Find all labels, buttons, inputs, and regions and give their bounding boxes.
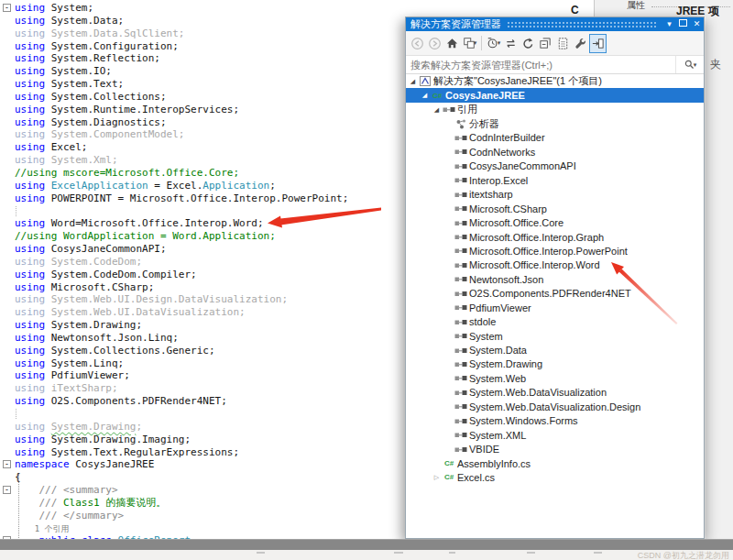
tree-item-cosysjanecommonapi[interactable]: CosysJaneCommonAPI [406,159,704,173]
tree-item-codninterbuilder[interactable]: CodnInterBuilder [406,131,704,145]
background-right-strip: 夹 [706,16,733,539]
screenshot-root: -using System;using System.Data;using Sy… [0,0,733,560]
tree-item-microsoft.csharp[interactable]: Microsoft.CSharp [406,202,704,215]
tree-item-system.web.datavisualization[interactable]: System.Web.DataVisualization [406,386,704,400]
expander-collapsed-icon[interactable]: ▷ [432,474,442,481]
tree-item-system.web[interactable]: System.Web [406,371,704,385]
preview-selected-items-toggle[interactable] [589,34,607,53]
reference-icon [454,218,468,228]
close-icon[interactable]: ✕ [690,18,704,30]
reference-icon [454,430,468,440]
expander-expanded-icon[interactable]: ◢ [420,92,430,99]
code-line: using System.Collections; [15,91,408,104]
tree-item-o2s.components.pdfrender4net[interactable]: O2S.Components.PDFRender4NET [406,287,704,301]
tree-item-itextsharp[interactable]: itextsharp [406,188,704,202]
tree-item-interop.excel[interactable]: Interop.Excel [406,173,704,187]
analyzer-icon [454,118,468,130]
tree-item-label: System.XML [468,430,526,441]
tree-item-cosysjanejree[interactable]: ◢C#CosysJaneJREE [406,88,704,102]
tree-item-[interactable]: ◢引用 [406,103,704,116]
forward-icon[interactable] [426,34,443,53]
csdn-watermark: CSDN @初九之潜龙勿用 [638,550,729,560]
tree-item-vbide[interactable]: VBIDE [406,442,704,456]
refresh-icon[interactable] [520,34,537,53]
reference-icon [454,388,468,398]
code-line: { [15,471,408,484]
tree-item-system.web.datavisualization.design[interactable]: System.Web.DataVisualization.Design [406,400,704,413]
code-line: using System.Data; [15,15,408,27]
tree-item-system[interactable]: System [406,329,704,343]
reference-icon [454,302,468,313]
tree-item-system.xml[interactable]: System.XML [406,428,704,442]
tree-item-system.drawing[interactable]: System.Drawing [406,357,704,371]
code-line: using System.Configuration; [15,40,408,53]
reference-icon [454,147,468,157]
expander-expanded-icon[interactable]: ◢ [432,106,442,114]
tree-item-system.data[interactable]: System.Data [406,343,704,357]
tree-item-[interactable]: 分析器 [406,116,704,130]
code-line: using POWERPOINT = Microsoft.Office.Inte… [15,192,408,205]
tree-item-excel.cs[interactable]: ▷C#Excel.cs [406,470,704,484]
reference-icon [454,416,468,426]
code-editor[interactable]: -using System;using System.Data;using Sy… [0,0,408,560]
fold-toggle-icon[interactable]: - [3,460,11,468]
window-position-icon[interactable]: ▾ [662,18,676,30]
reference-icon [454,359,468,369]
reference-icon [454,232,468,242]
code-line: - /// <summary> [15,484,408,497]
tree-item-label: stdole [468,316,496,327]
tree-item-newtonsoft.json[interactable]: Newtonsoft.Json [406,272,704,286]
collapse-all-icon[interactable] [537,34,554,53]
maximize-icon[interactable] [676,18,690,30]
code-line: using System.Web.UI.DataVisualization; [15,306,408,319]
code-line: using ExcelApplication = Excel.Applicati… [15,180,408,192]
search-input[interactable] [406,57,675,72]
folder-text-fragment: 夹 [710,57,721,72]
tree-item-system.windows.forms[interactable]: System.Windows.Forms [406,414,704,428]
indent-guide [16,206,16,216]
fold-toggle-icon[interactable]: - [3,486,11,494]
tree-item-label: Microsoft.Office.Core [468,217,563,228]
search-icons[interactable]: ▾ [675,56,704,73]
fold-toggle-icon[interactable]: - [3,4,11,12]
tree-item-pdfiumviewer[interactable]: PdfiumViewer [406,301,704,314]
expander-expanded-icon[interactable]: ◢ [408,78,418,85]
code-line: using System.Text.RegularExpressions; [15,446,408,459]
sync-with-active-document-icon[interactable] [502,34,520,53]
tree-item-stdole[interactable]: stdole [406,314,704,328]
tree-item-microsoft.office.interop.word[interactable]: Microsoft.Office.Interop.Word [406,258,704,272]
project-title-fragment-left: C [571,4,579,16]
titlebar-drag-texture [507,21,657,28]
back-icon[interactable] [409,34,426,53]
reference-icon [454,289,468,299]
reference-icon [454,161,468,171]
code-line: using Word=Microsoft.Office.Interop.Word… [15,217,408,230]
tree-item-assemblyinfo.cs[interactable]: C#AssemblyInfo.cs [406,456,704,470]
code-line: using System.Reflection; [15,52,408,65]
reference-icon [454,346,468,356]
tree-item-label: O2S.Components.PDFRender4NET [468,288,631,299]
properties-wrench-icon[interactable] [572,34,589,53]
background-top-strip: 属性 C JREE 项 [400,0,733,16]
csfile-icon: C# [442,471,456,483]
tree-item-label: Microsoft.Office.Interop.Word [468,259,600,270]
solution-tree: ◢解决方案"CosysJaneJREE"(1 个项目)◢C#CosysJaneJ… [406,74,704,485]
tree-item-microsoft.office.interop.powerpoint[interactable]: Microsoft.Office.Interop.PowerPoint [406,244,704,258]
tree-item-codnnetworks[interactable]: CodnNetworks [406,145,704,159]
show-all-files-icon[interactable] [554,34,572,53]
code-line: using Excel; [15,141,408,154]
tree-item-label: AssemblyInfo.cs [456,458,531,469]
reference-icon [454,331,468,341]
code-line: using System.Drawing.Imaging; [15,434,408,446]
switch-views-icon[interactable]: ▾ [461,34,478,53]
tree-item-label: Excel.cs [456,472,495,483]
code-line: using CosysJaneCommonAPI; [15,243,408,256]
tree-item-microsoft.office.interop.graph[interactable]: Microsoft.Office.Interop.Graph [406,230,704,244]
code-line: using System.Drawing; [15,421,408,434]
reference-icon [454,373,468,383]
tree-item-microsoft.office.core[interactable]: Microsoft.Office.Core [406,215,704,229]
panel-titlebar[interactable]: 解决方案资源管理器 ▾ ✕ [406,17,704,31]
tree-item-cosysjanejree-1[interactable]: ◢解决方案"CosysJaneJREE"(1 个项目) [406,74,704,88]
pending-changes-filter-icon[interactable]: ▾ [485,34,502,53]
home-icon[interactable] [443,34,461,53]
